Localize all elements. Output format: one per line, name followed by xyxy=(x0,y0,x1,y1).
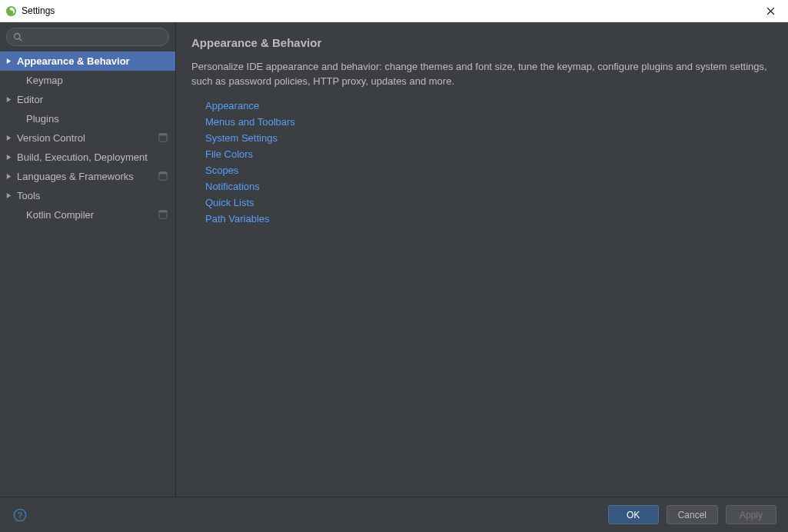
settings-tree: Appearance & BehaviorKeymapEditorPlugins… xyxy=(0,52,175,497)
sidebar-item-kotlin-compiler[interactable]: Kotlin Compiler xyxy=(0,205,175,224)
sidebar-item-version-control[interactable]: Version Control xyxy=(0,128,175,148)
svg-point-1 xyxy=(15,33,20,38)
svg-rect-6 xyxy=(159,171,167,174)
sidebar-item-languages-frameworks[interactable]: Languages & Frameworks xyxy=(0,167,175,186)
settings-link-scopes[interactable]: Scopes xyxy=(205,165,771,176)
svg-rect-8 xyxy=(159,210,167,212)
cancel-button[interactable]: Cancel xyxy=(667,505,718,524)
expand-arrow-icon xyxy=(0,58,17,65)
ok-button[interactable]: OK xyxy=(608,505,659,524)
sidebar-item-label: Languages & Frameworks xyxy=(17,171,154,182)
project-scope-icon xyxy=(158,133,169,144)
settings-sidebar: Appearance & BehaviorKeymapEditorPlugins… xyxy=(0,22,176,497)
dialog-footer: ? OK Cancel Apply xyxy=(0,497,788,532)
app-icon xyxy=(5,5,17,17)
settings-link-system-settings[interactable]: System Settings xyxy=(205,132,771,144)
sidebar-item-tools[interactable]: Tools xyxy=(0,186,175,205)
settings-link-file-colors[interactable]: File Colors xyxy=(205,148,771,160)
sidebar-item-label: Editor xyxy=(17,94,169,105)
settings-main-panel: Appearance & Behavior Personalize IDE ap… xyxy=(176,22,788,497)
page-title: Appearance & Behavior xyxy=(191,36,771,49)
settings-link-quick-lists[interactable]: Quick Lists xyxy=(205,197,771,208)
svg-line-2 xyxy=(19,38,22,41)
window-title: Settings xyxy=(22,5,55,16)
settings-link-path-variables[interactable]: Path Variables xyxy=(205,213,771,224)
search-field[interactable] xyxy=(26,31,162,43)
settings-link-appearance[interactable]: Appearance xyxy=(205,100,771,111)
sidebar-item-build-execution-deployment[interactable]: Build, Execution, Deployment xyxy=(0,148,175,167)
settings-link-menus-and-toolbars[interactable]: Menus and Toolbars xyxy=(205,116,771,128)
sidebar-item-keymap[interactable]: Keymap xyxy=(0,71,175,90)
settings-link-notifications[interactable]: Notifications xyxy=(205,181,771,192)
titlebar: Settings xyxy=(0,0,788,22)
project-scope-icon xyxy=(158,171,169,182)
help-icon: ? xyxy=(13,508,27,522)
expand-arrow-icon xyxy=(0,154,17,161)
search-input[interactable] xyxy=(6,28,169,46)
sidebar-item-label: Version Control xyxy=(17,132,154,144)
apply-button[interactable]: Apply xyxy=(726,505,776,524)
settings-window: Settings Appearanc xyxy=(0,0,788,532)
settings-sublinks: AppearanceMenus and ToolbarsSystem Setti… xyxy=(191,100,771,224)
sidebar-item-label: Keymap xyxy=(17,75,169,86)
expand-arrow-icon xyxy=(0,173,17,180)
sidebar-item-label: Plugins xyxy=(17,113,169,125)
expand-arrow-icon xyxy=(0,192,17,199)
expand-arrow-icon xyxy=(0,96,17,103)
page-description: Personalize IDE appearance and behavior:… xyxy=(191,60,771,89)
close-button[interactable] xyxy=(757,0,783,22)
sidebar-item-label: Appearance & Behavior xyxy=(17,55,169,67)
svg-rect-4 xyxy=(159,133,167,135)
sidebar-item-label: Build, Execution, Deployment xyxy=(17,151,169,163)
help-button[interactable]: ? xyxy=(12,507,28,524)
project-scope-icon xyxy=(158,210,169,221)
sidebar-item-appearance-behavior[interactable]: Appearance & Behavior xyxy=(0,52,175,71)
expand-arrow-icon xyxy=(0,135,17,141)
sidebar-item-label: Tools xyxy=(17,190,169,201)
search-icon xyxy=(13,32,23,42)
sidebar-item-label: Kotlin Compiler xyxy=(17,209,154,221)
svg-text:?: ? xyxy=(18,510,23,519)
sidebar-item-editor[interactable]: Editor xyxy=(0,90,175,109)
sidebar-item-plugins[interactable]: Plugins xyxy=(0,109,175,128)
